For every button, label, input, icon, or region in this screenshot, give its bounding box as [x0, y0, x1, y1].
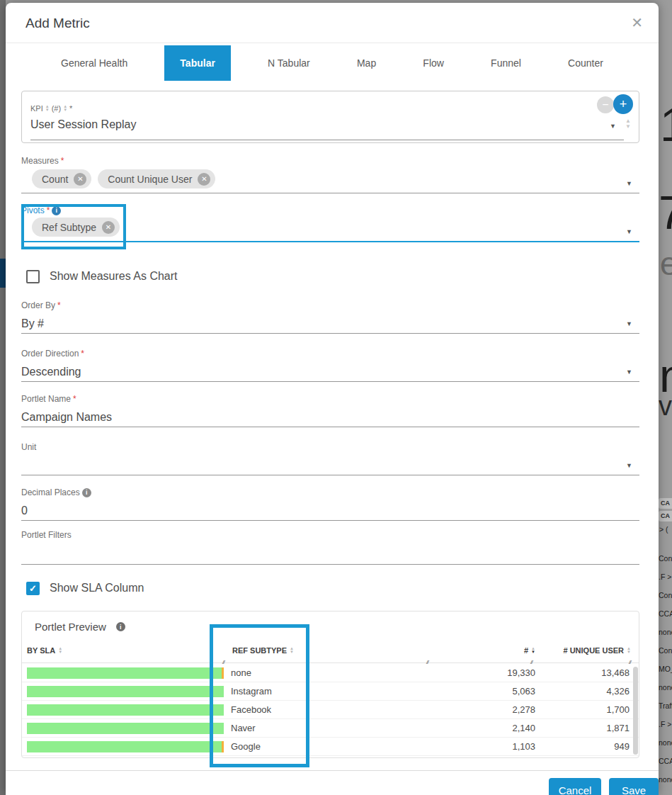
info-icon[interactable]: i	[116, 622, 125, 631]
measures-field[interactable]: Measures* Count ✕ Count Unique User ✕ ▼	[21, 156, 639, 193]
background-row: none	[659, 628, 672, 636]
tab-map[interactable]: Map	[347, 45, 386, 81]
kpi-reorder-spinner[interactable]: ▲▼	[625, 118, 631, 130]
portlet-filters-field[interactable]: Portlet Filters	[21, 530, 639, 565]
dialog-title: Add Metric	[25, 16, 90, 31]
measures-label: Measures*	[21, 156, 64, 166]
preview-scrollbar[interactable]	[633, 667, 638, 755]
sort-toggle-icon[interactable]: ▲▼	[45, 105, 50, 112]
chip-remove-icon[interactable]: ✕	[198, 173, 210, 186]
tab-n-tabular[interactable]: N Tabular	[258, 45, 320, 81]
chevron-down-icon[interactable]: ▼	[626, 180, 632, 187]
label-text: Decimal Places	[21, 487, 80, 497]
tab-general-health[interactable]: General Health	[51, 45, 137, 81]
chip-remove-icon[interactable]: ✕	[102, 221, 115, 234]
pivots-chips: Ref Subtype ✕	[32, 218, 120, 237]
background-chip: CA	[659, 498, 672, 509]
table-row[interactable]: Google 1,103 949	[22, 738, 639, 756]
background-row: .F >	[659, 720, 671, 728]
kpi-label-text: KPI	[30, 104, 43, 113]
cancel-button[interactable]: Cancel	[549, 778, 601, 795]
remove-kpi-button[interactable]: −	[597, 96, 614, 113]
required-mark: *	[61, 156, 64, 166]
unique-user-cell: 4,326	[537, 686, 630, 697]
label-text: Pivots	[21, 205, 45, 215]
table-row[interactable]: Naver 2,140 1,871	[22, 719, 639, 738]
label-text: Measures	[21, 156, 59, 166]
background-row: none	[659, 738, 672, 747]
chevron-down-icon[interactable]: ▼	[626, 462, 632, 469]
decimal-places-input[interactable]: 0	[21, 504, 28, 517]
background-row: CCA_	[659, 757, 672, 765]
required-mark: *	[47, 205, 50, 215]
info-icon[interactable]: i	[82, 488, 91, 497]
chevron-down-icon[interactable]: ▼	[610, 123, 616, 130]
unit-field[interactable]: Unit ▼	[21, 442, 639, 475]
column-header-unique-user[interactable]: # UNIQUE USER ▲▼	[537, 646, 631, 655]
sort-down-icon: ▼	[45, 108, 50, 112]
add-kpi-button[interactable]: +	[613, 94, 633, 114]
chip-count-unique-user: Count Unique User ✕	[98, 169, 215, 188]
background-row: none	[659, 683, 672, 692]
table-row[interactable]: Facebook 2,278 1,700	[22, 701, 639, 719]
portlet-name-field[interactable]: Portlet Name* Campaign Names	[21, 394, 639, 427]
info-icon[interactable]: i	[52, 206, 61, 215]
label-text: Order Direction	[21, 349, 79, 359]
tab-flow[interactable]: Flow	[413, 45, 454, 81]
unique-user-cell: 949	[537, 741, 630, 752]
pivots-field[interactable]: Pivots* i Ref Subtype ✕ ▼	[21, 205, 639, 242]
order-by-value: By #	[21, 317, 44, 330]
table-row[interactable]: Instagram 5,063 4,326	[22, 682, 639, 701]
sort-toggle-icon[interactable]: ▲▼	[63, 105, 67, 112]
checkbox-label: Show Measures As Chart	[50, 270, 178, 283]
ref-subtype-cell: Facebook	[231, 704, 271, 715]
sla-bar	[27, 686, 224, 697]
decimal-places-field[interactable]: Decimal Places i 0	[21, 487, 639, 521]
sort-down-icon: ▼	[63, 108, 67, 112]
unique-user-cell: 13,468	[537, 667, 630, 678]
column-label: #	[524, 646, 528, 655]
order-by-field[interactable]: Order By* By # ▼	[21, 300, 639, 334]
label-text: Unit	[21, 442, 36, 452]
close-icon[interactable]: ✕	[631, 14, 643, 31]
background-row: none	[659, 775, 672, 784]
tab-funnel[interactable]: Funnel	[481, 45, 531, 81]
background-letter: e	[660, 244, 672, 283]
sla-bar	[27, 667, 224, 679]
portlet-name-input[interactable]: Campaign Names	[21, 411, 112, 424]
tab-tabular[interactable]: Tabular	[164, 45, 231, 81]
chip-label: Count	[42, 174, 68, 185]
background-row: Traff	[659, 701, 672, 710]
chevron-down-icon[interactable]: ▼	[626, 228, 632, 235]
column-label: REF SUBTYPE	[232, 646, 287, 655]
sort-down-icon: ▼	[290, 650, 294, 654]
required-mark: *	[57, 300, 61, 310]
label-text: Portlet Name	[21, 394, 71, 404]
save-button[interactable]: Save	[609, 778, 659, 795]
minus-icon: −	[602, 98, 608, 111]
background-text: > (	[659, 525, 668, 534]
header-divider	[6, 43, 659, 43]
background-big-digit: 1	[660, 98, 672, 152]
order-direction-field[interactable]: Order Direction* Descending ▼	[21, 349, 639, 382]
column-header-by-sla[interactable]: BY SLA ▲▼	[27, 646, 62, 655]
background-row: CCA_	[659, 609, 672, 618]
ref-subtype-cell: Google	[231, 741, 261, 752]
tab-counter[interactable]: Counter	[558, 45, 613, 81]
chip-label: Count Unique User	[108, 174, 192, 185]
show-sla-column-checkbox[interactable]: ✓	[26, 582, 40, 595]
column-header-count[interactable]: # ▲▼	[447, 646, 535, 655]
table-row[interactable]: none 19,330 13,468	[22, 664, 639, 682]
chevron-down-icon[interactable]: ▼	[626, 320, 632, 327]
required-mark: *	[69, 104, 72, 113]
chevron-down-icon[interactable]: ▼	[626, 368, 632, 376]
sort-down-icon: ▼	[625, 124, 631, 130]
required-mark: *	[81, 349, 84, 359]
column-header-ref-subtype[interactable]: REF SUBTYPE ▲▼	[232, 646, 294, 655]
ref-subtype-cell: none	[231, 667, 251, 678]
chip-remove-icon[interactable]: ✕	[74, 173, 86, 186]
kpi-select[interactable]: User Session Replay	[30, 118, 136, 131]
footer-divider	[6, 770, 659, 771]
label-text: Portlet Filters	[21, 530, 72, 540]
show-measures-as-chart-checkbox[interactable]	[26, 270, 40, 283]
